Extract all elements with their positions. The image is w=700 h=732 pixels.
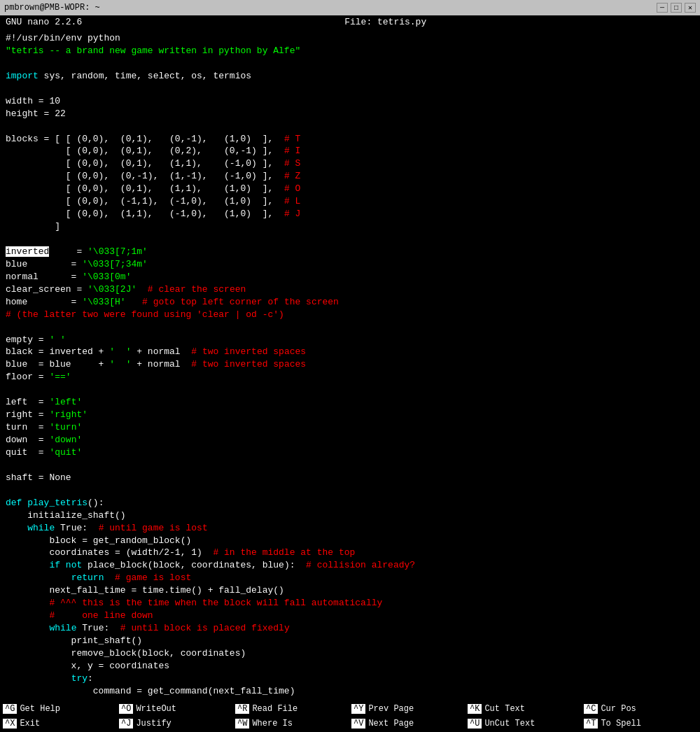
cmd-to-spell[interactable]: ^T To Spell (581, 716, 697, 731)
nano-version: GNU nano 2.2.6 (6, 17, 82, 29)
cmd-key-whereis: ^W (235, 719, 249, 729)
bottom-bar: ^G Get Help ^O WriteOut ^R Read File ^Y … (0, 700, 700, 732)
terminal-title: pmbrown@PMB-WOPR: ~ (4, 3, 100, 13)
cmd-prev-page[interactable]: ^Y Prev Page (349, 701, 465, 716)
cmd-key-writeout: ^O (119, 704, 133, 714)
cmd-key-readfile: ^R (235, 704, 249, 714)
nano-header: GNU nano 2.2.6 File: tetris.py (0, 15, 700, 31)
cmd-label-uncuttext: UnCut Text (484, 719, 535, 729)
cmd-uncut-text[interactable]: ^U UnCut Text (465, 716, 581, 731)
editor-area[interactable]: #!/usr/bin/env python "tetris -- a brand… (0, 31, 700, 700)
cmd-label-gethelp: Get Help (20, 704, 60, 714)
cmd-label-justify: Justify (136, 719, 171, 729)
cmd-read-file[interactable]: ^R Read File (232, 701, 349, 716)
cmd-label-exit: Exit (20, 719, 40, 729)
close-button[interactable]: ✕ (685, 3, 696, 13)
cmd-cut-text[interactable]: ^K Cut Text (465, 701, 581, 716)
cmd-label-nextpage: Next Page (368, 719, 414, 729)
title-bar: pmbrown@PMB-WOPR: ~ ─ □ ✕ (0, 0, 700, 15)
cmd-key-prevpage: ^Y (351, 704, 365, 714)
header-spacer (689, 17, 694, 29)
cmd-key-curpos: ^C (584, 704, 598, 714)
cmd-writeout[interactable]: ^O WriteOut (116, 701, 232, 716)
cmd-key-nextpage: ^V (351, 719, 365, 729)
file-name: File: tetris.py (344, 17, 426, 29)
cmd-label-curpos: Cur Pos (601, 704, 636, 714)
cmd-key-justify: ^J (119, 719, 133, 729)
cmd-label-whereis: Where Is (252, 719, 293, 729)
cmd-label-writeout: WriteOut (136, 704, 176, 714)
cmd-key-gethelp: ^G (3, 704, 17, 714)
code-content: #!/usr/bin/env python "tetris -- a brand… (6, 32, 694, 700)
cmd-exit[interactable]: ^X Exit (0, 716, 116, 731)
maximize-button[interactable]: □ (671, 3, 682, 13)
cmd-label-prevpage: Prev Page (368, 704, 414, 714)
cmd-key-uncuttext: ^U (468, 719, 482, 729)
cmd-key-exit: ^X (3, 719, 17, 729)
cmd-key-tospell: ^T (584, 719, 598, 729)
cmd-label-tospell: To Spell (601, 719, 641, 729)
cmd-cur-pos[interactable]: ^C Cur Pos (581, 701, 697, 716)
cmd-label-readfile: Read File (252, 704, 298, 714)
cmd-label-cuttext: Cut Text (484, 704, 525, 714)
cmd-next-page[interactable]: ^V Next Page (349, 716, 465, 731)
minimize-button[interactable]: ─ (657, 3, 668, 13)
cmd-justify[interactable]: ^J Justify (116, 716, 232, 731)
cmd-key-cuttext: ^K (468, 704, 482, 714)
cmd-get-help[interactable]: ^G Get Help (0, 701, 116, 716)
cmd-where-is[interactable]: ^W Where Is (232, 716, 349, 731)
